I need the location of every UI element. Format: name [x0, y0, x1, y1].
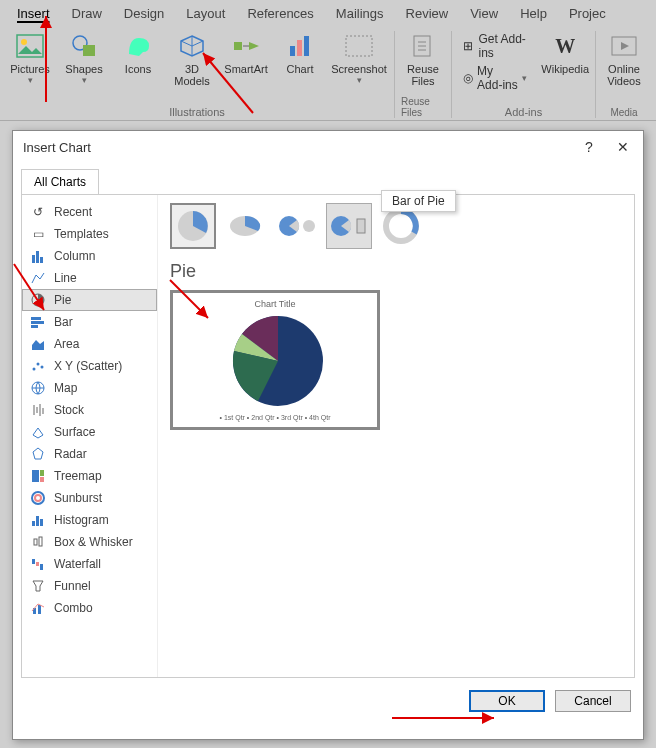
my-addins-button[interactable]: ◎My Add-ins ▾ — [458, 63, 531, 93]
chart-button[interactable]: Chart — [276, 31, 324, 87]
category-label: Box & Whisker — [54, 535, 133, 549]
ok-button[interactable]: OK — [469, 690, 545, 712]
reuse-files-button[interactable]: Reuse Files — [401, 31, 445, 87]
svg-rect-17 — [31, 325, 38, 328]
combo-icon — [30, 600, 46, 616]
category-funnel[interactable]: Funnel — [22, 575, 157, 597]
category-radar[interactable]: Radar — [22, 443, 157, 465]
tab-design[interactable]: Design — [113, 2, 175, 25]
store-icon: ⊞ — [462, 38, 474, 54]
category-label: X Y (Scatter) — [54, 359, 122, 373]
pie-icon — [30, 292, 46, 308]
category-label: Bar — [54, 315, 73, 329]
dropdown-icon: ▾ — [28, 75, 33, 85]
smartart-button[interactable]: SmartArt — [222, 31, 270, 87]
getaddins-label: Get Add-ins — [478, 32, 527, 60]
category-stock[interactable]: Stock — [22, 399, 157, 421]
subtype-bar-of-pie[interactable] — [326, 203, 372, 249]
svg-point-19 — [37, 363, 40, 366]
reuse-icon — [408, 31, 438, 61]
svg-rect-42 — [357, 219, 365, 233]
radar-icon — [30, 446, 46, 462]
histogram-icon — [30, 512, 46, 528]
svg-rect-32 — [32, 559, 35, 564]
preview-legend: • 1st Qtr • 2nd Qtr • 3rd Qtr • 4th Qtr — [173, 414, 377, 421]
category-waterfall[interactable]: Waterfall — [22, 553, 157, 575]
chart-preview-area: Bar of Pie Pie Chart Title • 1st Qtr • 2… — [158, 195, 634, 677]
category-histogram[interactable]: Histogram — [22, 509, 157, 531]
svg-rect-29 — [40, 519, 43, 526]
picture-icon — [15, 31, 45, 61]
category-area[interactable]: Area — [22, 333, 157, 355]
close-button[interactable]: ✕ — [613, 139, 633, 155]
category-scatter[interactable]: X Y (Scatter) — [22, 355, 157, 377]
subtype-3d-pie[interactable] — [222, 203, 268, 249]
tab-references[interactable]: References — [236, 2, 324, 25]
category-line[interactable]: Line — [22, 267, 157, 289]
category-treemap[interactable]: Treemap — [22, 465, 157, 487]
category-sunburst[interactable]: Sunburst — [22, 487, 157, 509]
cancel-button[interactable]: Cancel — [555, 690, 631, 712]
icons-button[interactable]: Icons — [114, 31, 162, 87]
tab-mailings[interactable]: Mailings — [325, 2, 395, 25]
get-addins-button[interactable]: ⊞Get Add-ins — [458, 31, 531, 61]
subtype-tooltip: Bar of Pie — [381, 190, 456, 212]
myaddins-label: My Add-ins — [477, 64, 518, 92]
category-bar[interactable]: Bar — [22, 311, 157, 333]
insert-chart-dialog: Insert Chart ? ✕ All Charts ↺Recent ▭Tem… — [12, 130, 644, 740]
cube-icon — [177, 31, 207, 61]
help-button[interactable]: ? — [579, 139, 599, 155]
video-label: Online Videos — [607, 63, 640, 87]
category-templates[interactable]: ▭Templates — [22, 223, 157, 245]
chart-preview[interactable]: Chart Title • 1st Qtr • 2nd Qtr • 3rd Qt… — [170, 290, 380, 430]
category-box[interactable]: Box & Whisker — [22, 531, 157, 553]
screenshot-icon — [344, 31, 374, 61]
category-pie[interactable]: Pie — [22, 289, 157, 311]
smartart-icon — [231, 31, 261, 61]
3d-models-button[interactable]: 3D Models — [168, 31, 216, 87]
wikipedia-button[interactable]: W Wikipedia — [541, 31, 589, 75]
pictures-button[interactable]: Pictures ▾ — [6, 31, 54, 87]
tab-help[interactable]: Help — [509, 2, 558, 25]
smartart-label: SmartArt — [224, 63, 267, 75]
category-recent[interactable]: ↺Recent — [22, 201, 157, 223]
category-combo[interactable]: Combo — [22, 597, 157, 619]
tab-view[interactable]: View — [459, 2, 509, 25]
svg-rect-11 — [32, 255, 35, 263]
shapes-label: Shapes — [65, 63, 102, 75]
models-label: 3D Models — [174, 63, 209, 87]
tab-insert[interactable]: Insert — [6, 2, 61, 25]
svg-point-1 — [21, 39, 27, 45]
line-icon — [30, 270, 46, 286]
category-surface[interactable]: Surface — [22, 421, 157, 443]
svg-point-26 — [35, 495, 41, 501]
tab-all-charts[interactable]: All Charts — [21, 169, 99, 194]
preview-pie-icon — [228, 311, 328, 411]
treemap-icon — [30, 468, 46, 484]
category-label: Stock — [54, 403, 84, 417]
screenshot-button[interactable]: Screenshot ▾ — [330, 31, 388, 87]
category-label: Histogram — [54, 513, 109, 527]
subtype-pie-of-pie[interactable] — [274, 203, 320, 249]
category-map[interactable]: Map — [22, 377, 157, 399]
online-videos-button[interactable]: Online Videos — [602, 31, 646, 87]
category-label: Templates — [54, 227, 109, 241]
svg-point-20 — [41, 366, 44, 369]
category-label: Recent — [54, 205, 92, 219]
surface-icon — [30, 424, 46, 440]
shapes-button[interactable]: Shapes ▾ — [60, 31, 108, 87]
tab-layout[interactable]: Layout — [175, 2, 236, 25]
category-label: Column — [54, 249, 95, 263]
sunburst-icon — [30, 490, 46, 506]
tab-project[interactable]: Projec — [558, 2, 617, 25]
tab-draw[interactable]: Draw — [61, 2, 113, 25]
bar-icon — [30, 314, 46, 330]
category-column[interactable]: Column — [22, 245, 157, 267]
addins-icon: ◎ — [462, 70, 473, 86]
wikipedia-icon: W — [550, 31, 580, 61]
tab-review[interactable]: Review — [395, 2, 460, 25]
dialog-title: Insert Chart — [23, 140, 91, 155]
svg-rect-3 — [83, 45, 95, 56]
subtype-pie[interactable] — [170, 203, 216, 249]
svg-rect-22 — [32, 470, 39, 482]
